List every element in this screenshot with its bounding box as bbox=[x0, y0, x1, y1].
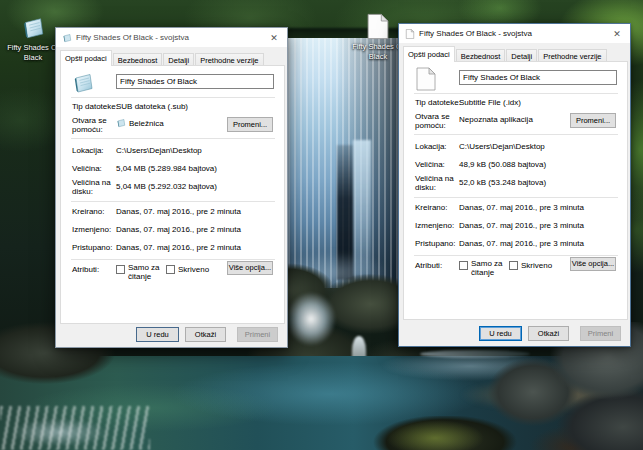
readonly-checkbox[interactable] bbox=[116, 265, 125, 274]
general-tab-page: Tip datoteke: SUB datoteka (.sub) Otvara… bbox=[60, 65, 285, 324]
size-label: Veličina: bbox=[72, 164, 120, 173]
ok-button[interactable]: U redu bbox=[479, 326, 522, 341]
size-on-disk-label: Veličina na disku: bbox=[415, 174, 463, 192]
wallpaper-whitewater bbox=[0, 406, 150, 450]
modified-value: Danas, 07. maj 2016., pre 3 minuta bbox=[459, 221, 584, 230]
general-tab-page: Tip datoteke: Subtitle File (.idx) Otvar… bbox=[403, 61, 628, 320]
properties-dialog-idx: Fifty Shades Of Black - svojstva ✕ Opšti… bbox=[398, 23, 631, 347]
window-title: Fifty Shades Of Black - svojstva bbox=[76, 33, 265, 42]
blank-file-icon bbox=[367, 13, 389, 40]
size-on-disk-label: Veličina na disku: bbox=[72, 178, 120, 196]
modified-label: Izmenjeno: bbox=[415, 221, 463, 230]
location-value: C:\Users\Dejan\Desktop bbox=[116, 146, 202, 155]
separator bbox=[71, 201, 275, 202]
separator bbox=[414, 134, 618, 135]
created-value: Danas, 07. maj 2016., pre 2 minuta bbox=[116, 207, 241, 216]
notepad-icon bbox=[71, 71, 95, 95]
separator bbox=[414, 197, 618, 198]
cancel-button[interactable]: Otkaži bbox=[185, 327, 226, 342]
apply-button[interactable]: Primeni bbox=[580, 326, 621, 341]
change-button[interactable]: Promeni... bbox=[227, 117, 273, 132]
readonly-label: Samo za čitanje bbox=[471, 259, 504, 277]
ok-button[interactable]: U redu bbox=[136, 327, 179, 342]
window-title: Fifty Shades Of Black - svojstva bbox=[419, 29, 608, 38]
location-label: Lokacija: bbox=[72, 146, 120, 155]
type-value: Subtitle File (.idx) bbox=[459, 98, 521, 107]
advanced-button[interactable]: Više opcija... bbox=[227, 261, 273, 275]
attributes-label: Atributi: bbox=[72, 265, 120, 274]
type-label: Tip datoteke: bbox=[72, 102, 120, 111]
titlebar[interactable]: Fifty Shades Of Black - svojstva ✕ bbox=[56, 28, 287, 47]
tab-strip: Opšti podaci Bezbednost Detalji Prethodn… bbox=[403, 46, 608, 62]
titlebar[interactable]: Fifty Shades Of Black - svojstva ✕ bbox=[399, 24, 630, 43]
attributes-label: Atributi: bbox=[415, 261, 463, 270]
file-name-input[interactable] bbox=[116, 74, 274, 89]
created-value: Danas, 07. maj 2016., pre 3 minuta bbox=[459, 203, 584, 212]
blank-file-icon bbox=[405, 29, 415, 39]
accessed-value: Danas, 07. maj 2016., pre 2 minuta bbox=[116, 243, 241, 252]
hidden-label: Skriveno bbox=[178, 265, 209, 274]
hidden-label: Skriveno bbox=[521, 261, 552, 270]
apply-button[interactable]: Primeni bbox=[237, 327, 278, 342]
tab-general[interactable]: Opšti podaci bbox=[60, 50, 112, 66]
change-button[interactable]: Promeni... bbox=[570, 113, 616, 128]
type-label: Tip datoteke: bbox=[415, 98, 463, 107]
advanced-button[interactable]: Više opcija... bbox=[570, 257, 616, 271]
separator bbox=[414, 255, 618, 256]
notepad-icon bbox=[62, 33, 72, 43]
notepad-icon bbox=[20, 15, 46, 41]
separator bbox=[71, 259, 275, 260]
accessed-label: Pristupano: bbox=[72, 243, 120, 252]
properties-dialog-sub: Fifty Shades Of Black - svojstva ✕ Opšti… bbox=[55, 27, 288, 348]
blank-file-icon bbox=[416, 67, 436, 91]
separator bbox=[71, 138, 275, 139]
close-icon[interactable]: ✕ bbox=[265, 33, 283, 43]
opens-with-label: Otvara se pomoću: bbox=[415, 112, 463, 130]
cancel-button[interactable]: Otkaži bbox=[528, 326, 569, 341]
location-value: C:\Users\Dejan\Desktop bbox=[459, 142, 545, 151]
wallpaper-moss-rock bbox=[370, 416, 520, 450]
tab-general[interactable]: Opšti podaci bbox=[403, 46, 455, 62]
opens-with-label: Otvara se pomoću: bbox=[72, 116, 120, 134]
tab-strip: Opšti podaci Bezbednost Detalji Prethodn… bbox=[60, 50, 265, 66]
file-name-input[interactable] bbox=[459, 70, 617, 85]
accessed-value: Danas, 07. maj 2016., pre 3 minuta bbox=[459, 239, 584, 248]
separator bbox=[71, 97, 275, 98]
notepad-icon bbox=[116, 118, 126, 128]
modified-label: Izmenjeno: bbox=[72, 225, 120, 234]
size-on-disk-value: 52,0 kB (53.248 bajtova) bbox=[459, 178, 546, 187]
size-value: 48,9 kB (50.088 bajtova) bbox=[459, 160, 546, 169]
modified-value: Danas, 07. maj 2016., pre 2 minuta bbox=[116, 225, 241, 234]
hidden-checkbox[interactable] bbox=[509, 261, 518, 270]
opens-with-value: Nepoznata aplikacija bbox=[459, 115, 533, 124]
size-label: Veličina: bbox=[415, 160, 463, 169]
type-value: SUB datoteka (.sub) bbox=[116, 102, 188, 111]
readonly-checkbox[interactable] bbox=[459, 261, 468, 270]
desktop-icon-sub-file[interactable]: Fifty Shades Of Black bbox=[4, 15, 62, 63]
created-label: Kreirano: bbox=[415, 203, 463, 212]
close-icon[interactable]: ✕ bbox=[608, 29, 626, 39]
hidden-checkbox[interactable] bbox=[166, 265, 175, 274]
desktop-icon-label: Fifty Shades Of Black bbox=[4, 43, 62, 63]
size-value: 5,04 MB (5.289.984 bajtova) bbox=[116, 164, 217, 173]
readonly-label: Samo za čitanje bbox=[128, 263, 161, 281]
location-label: Lokacija: bbox=[415, 142, 463, 151]
accessed-label: Pristupano: bbox=[415, 239, 463, 248]
size-on-disk-value: 5,04 MB (5.292.032 bajtova) bbox=[116, 182, 217, 191]
created-label: Kreirano: bbox=[72, 207, 120, 216]
separator bbox=[414, 93, 618, 94]
wallpaper-cascade bbox=[286, 292, 336, 346]
opens-with-value: Beležnica bbox=[129, 119, 164, 128]
